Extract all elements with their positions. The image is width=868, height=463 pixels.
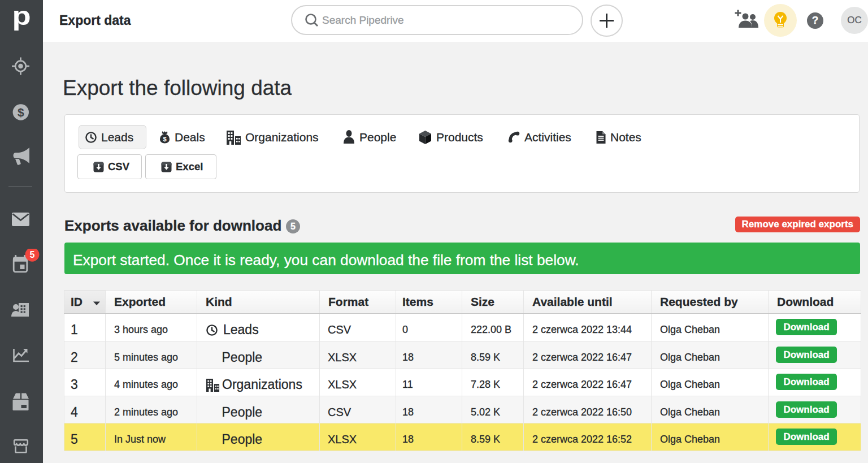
svg-text:$: $ xyxy=(163,136,166,142)
svg-text:5: 5 xyxy=(30,250,35,259)
svg-text:$: $ xyxy=(18,106,24,119)
